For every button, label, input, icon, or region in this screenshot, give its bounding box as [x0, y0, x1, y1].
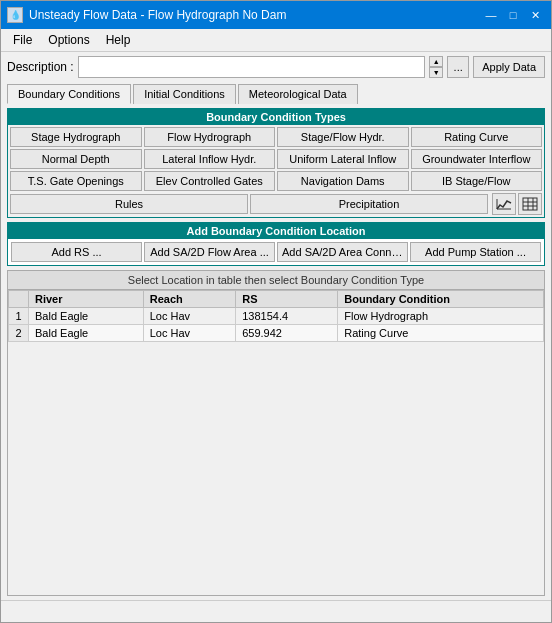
row-2-rs: 659.942 [236, 325, 338, 342]
title-bar: 💧 Unsteady Flow Data - Flow Hydrograph N… [1, 1, 551, 29]
elev-controlled-gates-button[interactable]: Elev Controlled Gates [144, 171, 276, 191]
menu-file[interactable]: File [5, 31, 40, 49]
col-condition: Boundary Condition [338, 291, 544, 308]
normal-depth-button[interactable]: Normal Depth [10, 149, 142, 169]
svg-rect-2 [523, 198, 537, 210]
description-bar: Description : ▲ ▼ ... Apply Data [1, 52, 551, 82]
menu-help[interactable]: Help [98, 31, 139, 49]
row-1-river: Bald Eagle [29, 308, 144, 325]
add-location-buttons: Add RS ... Add SA/2D Flow Area ... Add S… [8, 239, 544, 265]
row-1-condition: Flow Hydrograph [338, 308, 544, 325]
app-icon: 💧 [7, 7, 23, 23]
chart-icon [496, 197, 512, 211]
boundary-types-header: Boundary Condition Types [8, 109, 544, 125]
stage-hydrograph-button[interactable]: Stage Hydrograph [10, 127, 142, 147]
add-location-header: Add Boundary Condition Location [8, 223, 544, 239]
row-2-num: 2 [9, 325, 29, 342]
add-sa-2d-flow-area-button[interactable]: Add SA/2D Flow Area ... [144, 242, 275, 262]
content-area: Boundary Condition Types Stage Hydrograp… [1, 104, 551, 600]
ts-gate-openings-button[interactable]: T.S. Gate Openings [10, 171, 142, 191]
table-instruction: Select Location in table then select Bou… [8, 271, 544, 290]
description-label: Description : [7, 60, 74, 74]
window-controls: — □ ✕ [481, 6, 545, 24]
row-2-condition: Rating Curve [338, 325, 544, 342]
ib-stage-flow-button[interactable]: IB Stage/Flow [411, 171, 543, 191]
groundwater-interflow-button[interactable]: Groundwater Interflow [411, 149, 543, 169]
col-river: River [29, 291, 144, 308]
uniform-lateral-inflow-button[interactable]: Uniform Lateral Inflow [277, 149, 409, 169]
tab-meteorological-data[interactable]: Meteorological Data [238, 84, 358, 104]
tab-boundary-conditions[interactable]: Boundary Conditions [7, 84, 131, 104]
browse-button[interactable]: ... [447, 56, 469, 78]
stage-flow-hydr-button[interactable]: Stage/Flow Hydr. [277, 127, 409, 147]
minimize-button[interactable]: — [481, 6, 501, 24]
lateral-inflow-hydr-button[interactable]: Lateral Inflow Hydr. [144, 149, 276, 169]
table-section: Select Location in table then select Bou… [7, 270, 545, 596]
status-bar [1, 600, 551, 622]
bc-type-row-1: Stage Hydrograph Flow Hydrograph Stage/F… [8, 125, 544, 147]
menu-options[interactable]: Options [40, 31, 97, 49]
navigation-dams-button[interactable]: Navigation Dams [277, 171, 409, 191]
row-1-reach: Loc Hav [143, 308, 235, 325]
tab-initial-conditions[interactable]: Initial Conditions [133, 84, 236, 104]
spin-down-button[interactable]: ▼ [429, 67, 443, 78]
bc-type-row-2: Normal Depth Lateral Inflow Hydr. Unifor… [8, 147, 544, 169]
table-icon-button[interactable] [518, 193, 542, 215]
boundary-conditions-table: River Reach RS Boundary Condition 1 Bald… [8, 290, 544, 342]
table-row[interactable]: 1 Bald Eagle Loc Hav 138154.4 Flow Hydro… [9, 308, 544, 325]
window-title: Unsteady Flow Data - Flow Hydrograph No … [29, 8, 481, 22]
row-1-rs: 138154.4 [236, 308, 338, 325]
bc-type-row-4: Rules Precipitation [8, 191, 544, 217]
bc-type-row-3: T.S. Gate Openings Elev Controlled Gates… [8, 169, 544, 191]
spin-control: ▲ ▼ [429, 56, 443, 78]
precipitation-button[interactable]: Precipitation [250, 194, 488, 214]
table-row[interactable]: 2 Bald Eagle Loc Hav 659.942 Rating Curv… [9, 325, 544, 342]
rating-curve-button[interactable]: Rating Curve [411, 127, 543, 147]
main-window: 💧 Unsteady Flow Data - Flow Hydrograph N… [0, 0, 552, 623]
tabs-bar: Boundary Conditions Initial Conditions M… [1, 82, 551, 104]
boundary-condition-types-section: Boundary Condition Types Stage Hydrograp… [7, 108, 545, 218]
row-2-river: Bald Eagle [29, 325, 144, 342]
col-reach: Reach [143, 291, 235, 308]
row-1-num: 1 [9, 308, 29, 325]
view-icon-controls [488, 193, 542, 215]
add-rs-button[interactable]: Add RS ... [11, 242, 142, 262]
chart-icon-button[interactable] [492, 193, 516, 215]
add-location-section: Add Boundary Condition Location Add RS .… [7, 222, 545, 266]
rules-button[interactable]: Rules [10, 194, 248, 214]
add-sa-2d-area-conn-button[interactable]: Add SA/2D Area Conn ... [277, 242, 408, 262]
row-2-reach: Loc Hav [143, 325, 235, 342]
col-rs: RS [236, 291, 338, 308]
description-input[interactable] [78, 56, 425, 78]
bc-type-row-4-btns: Rules Precipitation [10, 194, 488, 214]
apply-data-button[interactable]: Apply Data [473, 56, 545, 78]
col-num [9, 291, 29, 308]
maximize-button[interactable]: □ [503, 6, 523, 24]
menu-bar: File Options Help [1, 29, 551, 52]
close-button[interactable]: ✕ [525, 6, 545, 24]
table-header-row: River Reach RS Boundary Condition [9, 291, 544, 308]
add-pump-station-button[interactable]: Add Pump Station ... [410, 242, 541, 262]
flow-hydrograph-button[interactable]: Flow Hydrograph [144, 127, 276, 147]
table-icon [522, 197, 538, 211]
spin-up-button[interactable]: ▲ [429, 56, 443, 67]
